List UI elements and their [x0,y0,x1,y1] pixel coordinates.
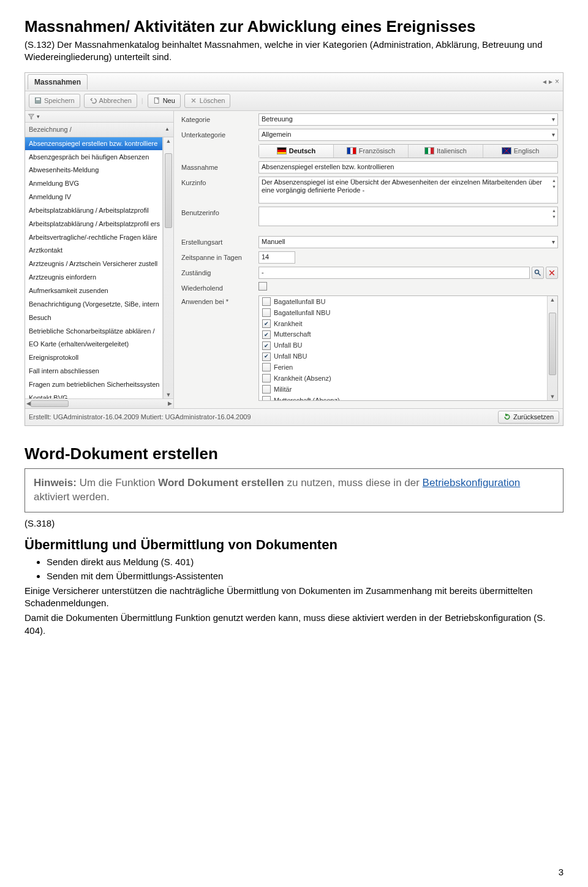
list-item[interactable]: Arztkontakt [25,244,162,257]
scroll-thumb[interactable] [549,313,556,375]
label-unterkategorie: Unterkategorie [181,129,255,140]
list-item[interactable]: Arbeitsplatzabklärung / Arbeitsplatzprof… [25,204,162,218]
unterkategorie-select[interactable]: Allgemein [258,129,558,141]
checkbox[interactable] [262,308,271,317]
list-item[interactable]: Aufmerksamkeit zusenden [25,284,162,298]
scroll-left-icon[interactable]: ◀ [26,400,31,407]
tab-franzoesisch[interactable]: Französisch [334,145,409,158]
erstellungsart-select[interactable]: Manuell [258,236,558,248]
checklist-row[interactable]: Bagatellunfall BU [259,296,547,307]
checkbox[interactable] [262,330,271,339]
bullet-list: Senden direkt aus Meldung (S. 401) Sende… [47,556,564,582]
scroll-right-icon[interactable]: ▶ [168,400,172,407]
reset-button[interactable]: Zurücksetzen [498,411,559,424]
list-header[interactable]: Bezeichnung / ▲ [25,123,173,137]
list-item: Senden direkt aus Meldung (S. 401) [47,556,564,568]
checklist-row[interactable]: Ferien [259,362,547,373]
list-item[interactable]: Arbeitsvertragliche/-rechtliche Fragen k… [25,231,162,245]
checklist-row[interactable]: Mutterschaft [259,329,547,340]
list-item[interactable]: Anmeldung BVG [25,177,162,191]
checklist-row[interactable]: Unfall NBU [259,351,547,362]
tab-deutsch[interactable]: Deutsch [259,145,334,158]
tab-next-icon[interactable]: ▸ [549,77,552,86]
checkbox[interactable] [262,352,271,361]
cancel-button[interactable]: Abbrechen [84,94,137,108]
spin-icons-2[interactable]: ▲▼ [552,208,556,221]
checkbox[interactable] [262,341,271,350]
list-item[interactable]: Fall intern abschliessen [25,365,162,378]
checklist-scrollbar[interactable]: ▲ ▼ [547,296,557,400]
zustaendig-input[interactable]: - [258,267,530,279]
checklist-row[interactable]: Bagatellunfall NBU [259,307,547,318]
checkbox[interactable] [262,385,271,394]
list-item[interactable]: Abwesenheits-Meldung [25,164,162,177]
checklist-row[interactable]: Militär [259,384,547,395]
vertical-scrollbar[interactable]: ▲ ▼ [163,137,173,398]
tab-close-icon[interactable]: × [555,77,559,86]
checklist-label: Mutterschaft [274,330,311,339]
tab-bar-controls: ◂ ▸ × [543,77,560,86]
tab-massnahmen[interactable]: Massnahmen [28,74,88,89]
checkbox[interactable] [262,363,271,371]
delete-button[interactable]: Löschen [184,94,231,108]
list-item[interactable]: Benachrichtigung (Vorgesetzte, SiBe, int… [25,298,162,311]
list-item[interactable]: Besuch [25,311,162,325]
list-item[interactable]: Fragen zum betrieblichen Sicherheitssyst… [25,378,162,392]
new-button[interactable]: Neu [148,94,181,108]
checklist-label: Unfall BU [274,341,302,350]
link-betriebskonfiguration[interactable]: Betriebskonfiguration [423,477,521,489]
reset-label: Zurücksetzen [513,413,554,422]
massnahmen-listbox[interactable]: Absenzenspiegel erstellen bzw. kontrolli… [25,137,163,398]
kurzinfo-textarea[interactable]: Der Absenzenspiegel ist eine Übersicht d… [258,177,558,204]
benutzerinfo-textarea[interactable]: ▲▼ [258,207,558,226]
checkbox[interactable] [262,297,271,306]
list-item[interactable]: Absenzgespräch bei häufigen Absenzen [25,151,162,164]
checklist-row[interactable]: Mutterschaft (Absenz) [259,395,547,401]
list-item[interactable]: Arbeitsplatzabklärung / Arbeitsplatzprof… [25,218,162,231]
checkbox[interactable] [262,374,271,383]
list-item[interactable]: Anmeldung IV [25,191,162,204]
clear-icon [548,269,556,276]
horizontal-scrollbar[interactable]: ◀ ▶ [25,398,173,408]
list-item[interactable]: Betriebliche Schonarbeitsplätze abklären… [25,325,162,338]
new-doc-icon [153,97,160,104]
scroll-thumb[interactable] [165,153,172,228]
zeitspanne-input[interactable]: 14 [258,251,295,264]
checklist-row[interactable]: Unfall BU [259,340,547,351]
wiederholend-checkbox[interactable] [258,282,267,291]
list-item[interactable]: Arztzeugnis einfordern [25,271,162,284]
label-zustaendig: Zuständig [181,267,255,278]
tab-prev-icon[interactable]: ◂ [543,77,546,86]
list-item[interactable]: Kontakt BVG [25,392,162,398]
status-text: Erstellt: UGAdministrator-16.04.2009 Mut… [29,413,251,422]
checklist-row[interactable]: Krankheit (Absenz) [259,373,547,384]
checklist-label: Bagatellunfall NBU [274,308,330,318]
zustaendig-clear-button[interactable] [546,267,558,279]
list-item[interactable]: Ereignisprotokoll [25,351,162,365]
svg-rect-2 [154,98,159,104]
tab-englisch[interactable]: Englisch [483,145,557,158]
massnahme-input[interactable]: Absenzenspiegel erstellen bzw. kontrolli… [258,161,558,173]
list-item[interactable]: Arztzeugnis / Arztschein Versicherer zus… [25,257,162,271]
hint-box: Hinweis: Um die Funktion Word Dokument e… [24,468,564,512]
scroll-down-icon[interactable]: ▼ [550,393,556,400]
scroll-down-icon[interactable]: ▼ [166,391,172,398]
scroll-up-icon[interactable]: ▲ [166,137,172,145]
tab-italienisch[interactable]: Italienisch [409,145,483,158]
checkbox[interactable] [262,319,271,328]
list-item[interactable]: Absenzenspiegel erstellen bzw. kontrolli… [25,137,162,151]
scroll-up-icon[interactable]: ▲ [550,296,556,303]
checklist-label: Bagatellunfall BU [274,297,325,306]
save-button[interactable]: Speichern [29,94,80,108]
checklist-row[interactable]: Krankheit [259,318,547,329]
search-icon [534,269,541,276]
zustaendig-lookup-button[interactable] [532,267,544,279]
svg-rect-1 [36,99,40,101]
spin-icons[interactable]: ▲▼ [552,178,556,191]
filter-row[interactable]: ▾ [25,111,173,123]
checkbox[interactable] [262,396,271,401]
list-item[interactable]: EO Karte (erhalten/weitergeleitet) [25,338,162,351]
kategorie-select[interactable]: Betreuung [258,113,558,126]
refresh-icon [503,413,511,421]
hscroll-thumb[interactable] [31,400,69,407]
